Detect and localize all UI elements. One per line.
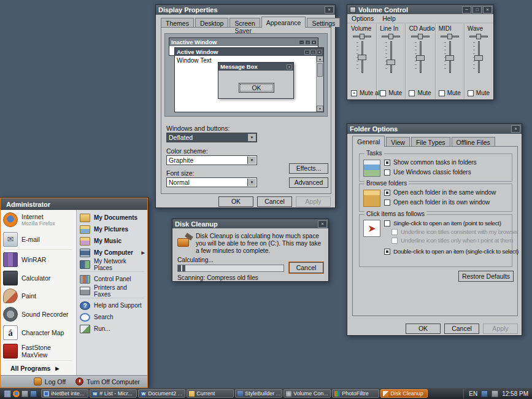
effects-button[interactable]: Effects... xyxy=(289,163,328,174)
font-size-select[interactable]: Normal ▼ xyxy=(166,177,257,187)
start-grid-icon[interactable]: ▦ xyxy=(4,389,11,398)
quicklaunch-icon[interactable] xyxy=(21,390,28,397)
balance-slider[interactable] xyxy=(441,33,459,40)
task-inetbet[interactable]: iNetBet inte... xyxy=(41,389,88,398)
volume-slider[interactable] xyxy=(385,41,397,73)
radio-windows-classic-folders[interactable]: Use Windows classic folders xyxy=(384,169,471,176)
balance-slider[interactable] xyxy=(353,33,371,40)
clock[interactable]: 12:58 PM xyxy=(502,390,528,397)
balance-slider-thumb[interactable] xyxy=(476,34,481,39)
task-document2[interactable]: W Document2 ... xyxy=(138,389,185,398)
close-icon[interactable]: × xyxy=(511,125,520,133)
balance-slider[interactable] xyxy=(469,33,488,40)
quicklaunch-firefox-icon[interactable] xyxy=(13,390,20,397)
advanced-button[interactable]: Advanced xyxy=(289,177,328,188)
windows-and-buttons-select[interactable]: Deflated ▼ xyxy=(166,133,257,142)
mute-checkbox[interactable]: Mute xyxy=(380,90,402,96)
task-volume-control[interactable]: Volume Con... xyxy=(283,389,331,398)
tab-screen-saver[interactable]: Screen Saver xyxy=(229,18,260,27)
balance-slider[interactable] xyxy=(411,33,430,40)
menu-options[interactable]: Options xyxy=(347,14,378,23)
task-photofiltre[interactable]: PhotoFiltre xyxy=(332,389,379,398)
start-item-search[interactable]: Search xyxy=(77,311,147,323)
chevron-down-icon[interactable]: ▼ xyxy=(247,157,256,164)
start-item-my-pictures[interactable]: My Pictures xyxy=(77,223,147,235)
tab-themes[interactable]: Themes xyxy=(161,18,194,27)
start-item-paint[interactable]: Paint xyxy=(1,287,76,306)
volume-thumb-1[interactable] xyxy=(387,60,395,65)
radio-show-common-tasks[interactable]: Show common tasks in folders xyxy=(384,159,477,166)
chevron-down-icon[interactable]: ▼ xyxy=(247,179,256,186)
checkbox-icon[interactable]: × xyxy=(351,90,357,96)
mute-checkbox[interactable]: Mute xyxy=(409,90,431,96)
cancel-button[interactable]: Cancel xyxy=(257,196,292,207)
tab-offline-files[interactable]: Offline Files xyxy=(452,137,495,146)
task-disk-cleanup[interactable]: Disk Cleanup xyxy=(380,389,428,398)
menu-help[interactable]: Help xyxy=(378,14,400,23)
restore-defaults-button[interactable]: Restore Defaults xyxy=(458,271,514,282)
start-item-help-and-support[interactable]: ? Help and Support xyxy=(77,300,147,311)
balance-slider-thumb[interactable] xyxy=(447,34,452,39)
start-item-my-music[interactable]: My Music xyxy=(77,235,147,247)
all-programs-button[interactable]: All Programs ▶ xyxy=(1,362,76,375)
cancel-button[interactable]: Cancel xyxy=(444,323,479,334)
disk-cleanup-titlebar[interactable]: Disk Cleanup × xyxy=(172,219,328,228)
volume-thumb-0[interactable] xyxy=(358,55,366,60)
volume-thumb-2[interactable] xyxy=(416,55,425,61)
mute-checkbox[interactable]: Mute xyxy=(439,90,461,96)
maximize-icon[interactable]: □ xyxy=(472,6,482,14)
task-stylebuilder[interactable]: StyleBuilder ... xyxy=(235,389,282,398)
start-item-sound-recorder[interactable]: Sound Recorder xyxy=(1,305,76,323)
start-item-email[interactable]: ✉ E-mail xyxy=(1,230,76,249)
color-scheme-select[interactable]: Graphite ▼ xyxy=(166,155,257,165)
close-icon[interactable]: × xyxy=(318,220,327,228)
close-icon[interactable]: × xyxy=(325,6,334,14)
folder-options-titlebar[interactable]: Folder Options × xyxy=(347,124,522,134)
balance-slider-thumb[interactable] xyxy=(418,34,423,39)
tray-icon[interactable] xyxy=(481,390,488,397)
turn-off-computer-button[interactable]: Turn Off Computer xyxy=(75,378,140,385)
task-current-folder[interactable]: Current xyxy=(187,389,234,398)
checkbox-icon[interactable] xyxy=(380,90,386,96)
language-indicator[interactable]: EN xyxy=(469,390,477,397)
balance-slider-thumb[interactable] xyxy=(360,34,364,39)
start-item-winrar[interactable]: WinRAR xyxy=(1,250,76,269)
checkbox-icon[interactable] xyxy=(409,90,415,96)
start-item-my-network-places[interactable]: My Network Places xyxy=(77,258,147,270)
volume-slider[interactable] xyxy=(444,41,456,73)
checkbox-icon[interactable] xyxy=(468,90,474,96)
start-item-character-map[interactable]: á Character Map xyxy=(1,323,76,342)
cancel-button[interactable]: Cancel xyxy=(289,262,323,273)
ok-button[interactable]: OK xyxy=(218,196,253,207)
start-item-my-computer[interactable]: My Computer ▶ xyxy=(77,247,147,258)
tab-appearance[interactable]: Appearance xyxy=(261,17,306,28)
volume-control-titlebar[interactable]: Volume Control ─ □ × xyxy=(347,5,493,14)
log-off-button[interactable]: Log Off xyxy=(34,378,66,385)
ok-button[interactable]: OK xyxy=(406,323,441,334)
tab-general[interactable]: General xyxy=(352,136,385,147)
start-item-printers-and-faxes[interactable]: Printers and Faxes xyxy=(77,285,147,296)
tab-view[interactable]: View xyxy=(386,137,410,146)
checkbox-icon[interactable] xyxy=(439,90,445,96)
start-item-my-documents[interactable]: My Documents xyxy=(77,212,147,223)
tab-settings[interactable]: Settings xyxy=(307,18,340,27)
chevron-down-icon[interactable]: ▼ xyxy=(247,134,256,141)
radio-same-window[interactable]: Open each folder in the same window xyxy=(384,189,496,196)
balance-slider[interactable] xyxy=(382,33,400,40)
balance-slider-thumb[interactable] xyxy=(388,34,393,39)
tab-file-types[interactable]: File Types xyxy=(411,137,450,146)
volume-thumb-3[interactable] xyxy=(445,55,454,61)
close-icon[interactable]: × xyxy=(483,6,492,14)
minimize-icon[interactable]: ─ xyxy=(462,6,471,14)
start-item-run[interactable]: Run... xyxy=(77,323,147,335)
task-list-word[interactable]: W # List - Micr... xyxy=(90,389,137,398)
tab-desktop[interactable]: Desktop xyxy=(195,18,229,27)
volume-slider[interactable] xyxy=(356,41,368,73)
volume-slider[interactable] xyxy=(414,41,426,73)
display-properties-titlebar[interactable]: Display Properties × xyxy=(156,5,335,15)
radio-double-click[interactable]: Double-click to open an item (single-cli… xyxy=(384,248,519,255)
radio-own-window[interactable]: Open each folder in its own window xyxy=(384,199,490,206)
start-item-control-panel[interactable]: Control Panel xyxy=(77,273,147,285)
mute-checkbox[interactable]: Mute xyxy=(468,90,490,96)
volume-thumb-4[interactable] xyxy=(474,55,483,61)
